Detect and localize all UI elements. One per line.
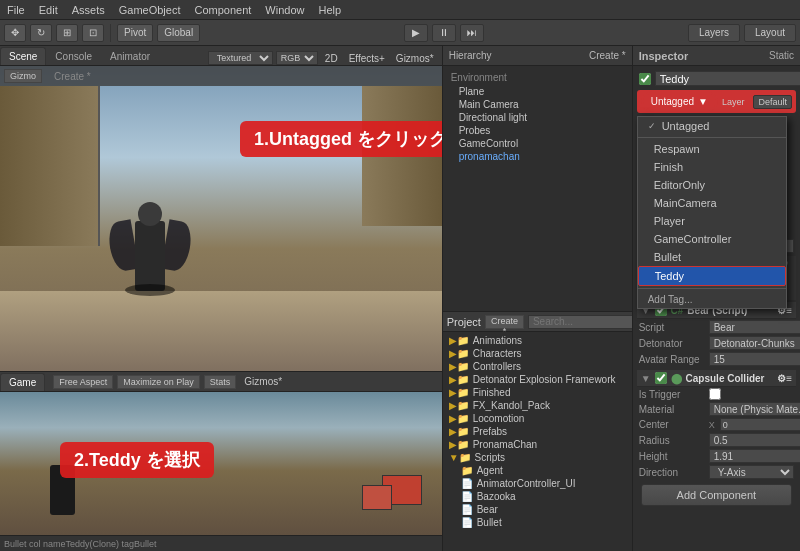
dropdown-gamecontroller[interactable]: GameController <box>638 230 786 248</box>
proj-agent[interactable]: 📁Agent <box>457 464 630 477</box>
dropdown-untagged[interactable]: ✓ Untagged <box>638 117 786 135</box>
wall-right <box>362 86 442 226</box>
proj-pronamachan[interactable]: ▶📁PronamaChan <box>445 438 630 451</box>
menu-window[interactable]: Window <box>262 4 307 16</box>
radius-input[interactable] <box>709 433 800 447</box>
menu-assets[interactable]: Assets <box>69 4 108 16</box>
proj-locomotion[interactable]: ▶📁Locomotion <box>445 412 630 425</box>
play-controls: ▶ ⏸ ⏭ <box>204 24 684 42</box>
script-label: Script <box>639 322 709 333</box>
status-text: Bullet col nameTeddy(Clone) tagBullet <box>4 539 157 549</box>
game-gizmos-button[interactable]: Gizmos* <box>240 376 286 387</box>
folder-icon: ▶📁 <box>449 335 469 346</box>
textured-select[interactable]: Textured <box>208 51 273 65</box>
trigger-checkbox[interactable] <box>709 388 721 400</box>
material-input[interactable] <box>709 402 800 416</box>
proj-controllers[interactable]: ▶📁Controllers <box>445 360 630 373</box>
dropdown-respawn[interactable]: Respawn <box>638 140 786 158</box>
pivot-button[interactable]: Pivot <box>117 24 153 42</box>
step-button[interactable]: ⏭ <box>460 24 484 42</box>
pause-button[interactable]: ⏸ <box>432 24 456 42</box>
stats-button[interactable]: Stats <box>204 375 237 389</box>
proj-detonator[interactable]: ▶📁Detonator Explosion Framework <box>445 373 630 386</box>
menu-component[interactable]: Component <box>191 4 254 16</box>
proj-fx[interactable]: ▶📁FX_Kandol_Pack <box>445 399 630 412</box>
script-value-input[interactable] <box>709 320 800 334</box>
direction-select[interactable]: Y-Axis X-Axis Z-Axis <box>709 465 794 479</box>
object-name-input[interactable] <box>655 71 800 86</box>
hier-plane[interactable]: Plane <box>455 85 628 98</box>
twod-button[interactable]: 2D <box>321 53 342 64</box>
scene-gizmos-button[interactable]: Gizmos* <box>392 53 438 64</box>
dropdown-bullet[interactable]: Bullet <box>638 248 786 266</box>
project-title: Project <box>447 316 481 328</box>
rotate-tool-button[interactable]: ↻ <box>30 24 52 42</box>
avatar-range-input[interactable] <box>709 352 800 366</box>
tab-game[interactable]: Game <box>0 373 45 391</box>
menu-help[interactable]: Help <box>315 4 344 16</box>
radius-row: Radius <box>637 432 796 448</box>
layer-dropdown-button[interactable]: Default <box>753 95 792 109</box>
add-component-button[interactable]: Add Component <box>641 484 792 506</box>
hier-probes[interactable]: Probes <box>455 124 628 137</box>
proj-bear[interactable]: 📄Bear <box>457 503 630 516</box>
height-label: Height <box>639 451 709 462</box>
menu-gameobject[interactable]: GameObject <box>116 4 184 16</box>
proj-bullet[interactable]: 📄Bullet <box>457 516 630 529</box>
dropdown-addtag[interactable]: Add Tag... <box>638 291 786 308</box>
object-active-checkbox[interactable] <box>639 73 651 85</box>
play-button[interactable]: ▶ <box>404 24 428 42</box>
dropdown-teddy[interactable]: Teddy <box>638 266 786 286</box>
radius-label: Radius <box>639 435 709 446</box>
tag-row: Untagged ▼ Layer Default <box>637 90 796 113</box>
hier-gamecontrol[interactable]: GameControl <box>455 137 628 150</box>
tab-animator[interactable]: Animator <box>101 47 159 65</box>
detonator-value-input[interactable] <box>709 336 800 350</box>
check-icon: ✓ <box>648 121 656 131</box>
capsule-checkbox[interactable] <box>655 372 667 384</box>
folder-icon: 📄 <box>461 504 473 515</box>
tab-console[interactable]: Console <box>46 47 101 65</box>
menu-edit[interactable]: Edit <box>36 4 61 16</box>
tag-dropdown-button[interactable]: Untagged ▼ <box>641 92 718 111</box>
effects-button[interactable]: Effects+ <box>345 53 389 64</box>
layout-dropdown[interactable]: Layout <box>744 24 796 42</box>
project-create-btn[interactable]: Create * <box>485 315 524 329</box>
rgb-select[interactable]: RGB <box>276 51 318 65</box>
tab-scene[interactable]: Scene <box>0 47 46 65</box>
folder-icon: ▶📁 <box>449 374 469 385</box>
global-button[interactable]: Global <box>157 24 200 42</box>
menu-file[interactable]: File <box>4 4 28 16</box>
rect-tool-button[interactable]: ⊡ <box>82 24 104 42</box>
move-tool-button[interactable]: ✥ <box>4 24 26 42</box>
dropdown-editoronly[interactable]: EditorOnly <box>638 176 786 194</box>
center-x-input[interactable] <box>720 418 800 431</box>
hier-directional-light[interactable]: Directional light <box>455 111 628 124</box>
proj-characters[interactable]: ▶📁Characters <box>445 347 630 360</box>
dropdown-maincamera[interactable]: MainCamera <box>638 194 786 212</box>
capsule-header[interactable]: ▼ ⬤ Capsule Collider ⚙ ≡ <box>637 370 796 387</box>
hierarchy-create[interactable]: Create * <box>589 50 626 61</box>
proj-bazooka[interactable]: 📄Bazooka <box>457 490 630 503</box>
folder-icon: ▼📁 <box>449 452 471 463</box>
x-label: X <box>709 420 719 430</box>
annotation-2: 2.Teddy を選択 <box>60 442 214 478</box>
dropdown-sep-1 <box>638 137 786 138</box>
proj-animcontroller[interactable]: 📄AnimatorController_UI <box>457 477 630 490</box>
hier-pronamachan[interactable]: pronamachan <box>455 150 628 163</box>
hierarchy-title: Hierarchy <box>449 50 492 61</box>
proj-scripts[interactable]: ▼📁Scripts <box>445 451 630 464</box>
hier-main-camera[interactable]: Main Camera <box>455 98 628 111</box>
maximize-play-button[interactable]: Maximize on Play <box>117 375 200 389</box>
layers-dropdown[interactable]: Layers <box>688 24 740 42</box>
proj-prefabs[interactable]: ▶📁Prefabs <box>445 425 630 438</box>
scale-tool-button[interactable]: ⊞ <box>56 24 78 42</box>
dropdown-player[interactable]: Player <box>638 212 786 230</box>
height-input[interactable] <box>709 449 800 463</box>
proj-finished[interactable]: ▶📁Finished <box>445 386 630 399</box>
gizmo-button[interactable]: Gizmo <box>4 69 42 83</box>
scene-tab-bar: Scene Console Animator Textured RGB 2D E… <box>0 46 442 66</box>
free-aspect-button[interactable]: Free Aspect <box>53 375 113 389</box>
dropdown-finish[interactable]: Finish <box>638 158 786 176</box>
proj-animations[interactable]: ▶📁Animations <box>445 334 630 347</box>
